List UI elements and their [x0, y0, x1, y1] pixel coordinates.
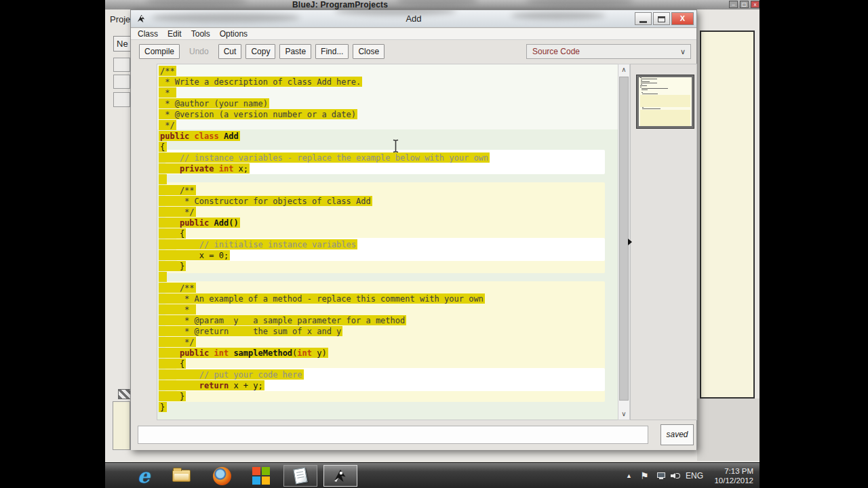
main-window-title: BlueJ: ProgramProjects [292, 0, 388, 9]
language-indicator[interactable]: ENG [686, 463, 703, 488]
paste-button[interactable]: Paste [279, 44, 311, 59]
main-toolbar-button[interactable] [113, 58, 130, 72]
code-line: * Constructor for objects of class Add [159, 196, 617, 207]
taskbar: e ▲ ⚑ ENG 7:13 PM 10/12/2012 [105, 462, 760, 488]
code-line: * [159, 304, 617, 315]
code-line: */ [159, 207, 617, 218]
notepad-taskbar-button[interactable] [283, 465, 317, 487]
code-line: /** [159, 283, 617, 293]
code-line: * [159, 87, 617, 98]
main-close-button[interactable]: x [751, 1, 760, 8]
code-line: * @author (your name) [159, 98, 617, 109]
code-line [159, 174, 617, 185]
undo-button[interactable]: Undo [184, 44, 214, 59]
bluej-taskbar-button[interactable] [323, 465, 357, 487]
clock-time: 7:13 PM [724, 466, 753, 476]
code-editor-area[interactable]: /** * Write a description of class Add h… [157, 64, 618, 420]
editor-menubar: Class Edit Tools Options [131, 28, 696, 40]
code-line: } [159, 261, 617, 272]
code-line: return x + y; [159, 380, 617, 391]
code-line: */ [159, 337, 617, 348]
code-line: /** [159, 66, 617, 77]
status-message-field [138, 426, 648, 444]
clock[interactable]: 7:13 PM 10/12/2012 [709, 463, 756, 488]
code-line: { [159, 142, 617, 152]
code-line: { [159, 228, 617, 239]
view-selector-dropdown[interactable]: Source Code ∨ [526, 44, 691, 59]
start-button-icon[interactable] [250, 466, 273, 485]
code-line: public Add() [159, 218, 617, 228]
code-line: // put your code here [159, 369, 617, 380]
code-line [159, 272, 617, 283]
new-class-button-partial[interactable]: Ne [113, 36, 132, 52]
compile-button[interactable]: Compile [139, 44, 180, 59]
object-bench-right [697, 399, 760, 461]
code-line: /** [159, 185, 617, 196]
network-icon[interactable] [656, 463, 665, 488]
clock-date: 10/12/2012 [714, 476, 753, 485]
editor-toolbar: Compile Undo Cut Copy Paste Find... Clos… [131, 40, 696, 63]
code-lines: /** * Write a description of class Add h… [159, 66, 617, 413]
internet-explorer-icon[interactable]: e [132, 466, 155, 485]
find-button[interactable]: Find... [315, 44, 349, 59]
code-line: private int x; [159, 163, 617, 174]
editor-maximize-button[interactable] [653, 12, 670, 25]
scroll-up-arrow[interactable]: ∧ [618, 64, 629, 75]
naviview-panel [630, 64, 697, 420]
bluej-icon [332, 468, 349, 484]
firefox-icon[interactable] [210, 466, 233, 485]
view-selector-value: Source Code [532, 47, 580, 56]
main-toolbar-button[interactable] [113, 75, 130, 89]
main-toolbar-button[interactable] [113, 92, 130, 107]
code-line: // initialise instance variables [159, 239, 617, 250]
code-line: * @version (a version number or a date) [159, 109, 617, 120]
show-hidden-icons-chevron[interactable]: ▲ [626, 463, 632, 488]
code-line: * @return the sum of x and y [159, 326, 617, 337]
editor-minimize-button[interactable] [635, 12, 652, 25]
menu-tools[interactable]: Tools [191, 29, 210, 39]
scroll-down-arrow[interactable]: ∨ [618, 409, 629, 420]
cut-button[interactable]: Cut [218, 44, 242, 59]
file-explorer-icon[interactable] [170, 466, 193, 485]
main-window-titlebar: BlueJ: ProgramProjects – ▢ x [105, 0, 760, 9]
volume-icon[interactable] [671, 463, 682, 488]
object-bench-left [113, 401, 130, 450]
editor-close-button[interactable]: X [671, 12, 694, 25]
class-diagram-panel [700, 30, 755, 399]
code-line: // instance variables - replace the exam… [159, 152, 617, 163]
code-line: x = 0; [159, 250, 617, 261]
code-line: } [159, 402, 617, 413]
chevron-down-icon: ∨ [680, 45, 686, 58]
code-line: public int sampleMethod(int y) [159, 348, 617, 359]
editor-titlebar[interactable]: Add X [131, 10, 696, 28]
menu-edit[interactable]: Edit [167, 29, 182, 39]
close-button[interactable]: Close [353, 44, 384, 59]
action-center-flag-icon[interactable]: ⚑ [640, 463, 649, 488]
scrollbar-thumb[interactable] [619, 77, 629, 401]
main-maximize-button[interactable]: ▢ [740, 1, 749, 8]
code-line: * @param y a sample parameter for a meth… [159, 315, 617, 326]
code-line: * An example of a method - replace this … [159, 293, 617, 304]
save-state-indicator: saved [660, 424, 694, 445]
editor-window-title: Add [131, 14, 696, 24]
naviview-divider-arrow[interactable] [628, 239, 632, 245]
text-cursor-ibeam [392, 139, 399, 153]
code-line: public class Add [159, 131, 617, 142]
menu-options[interactable]: Options [220, 29, 248, 39]
main-menu-project[interactable]: Proje [110, 14, 130, 24]
desktop: BlueJ: ProgramProjects – ▢ x Proje Ne Ad… [105, 0, 760, 488]
editor-window: Add X Class Edit Tools Options Compile U… [130, 9, 697, 450]
code-line: } [159, 391, 617, 402]
code-line: { [159, 359, 617, 369]
main-minimize-button[interactable]: – [729, 1, 738, 8]
menu-class[interactable]: Class [138, 29, 158, 39]
code-line: * Write a description of class Add here. [159, 77, 617, 87]
code-minimap[interactable] [637, 75, 694, 128]
code-line: */ [159, 120, 617, 131]
copy-button[interactable]: Copy [245, 44, 275, 59]
editor-statusbar: saved [131, 420, 696, 450]
